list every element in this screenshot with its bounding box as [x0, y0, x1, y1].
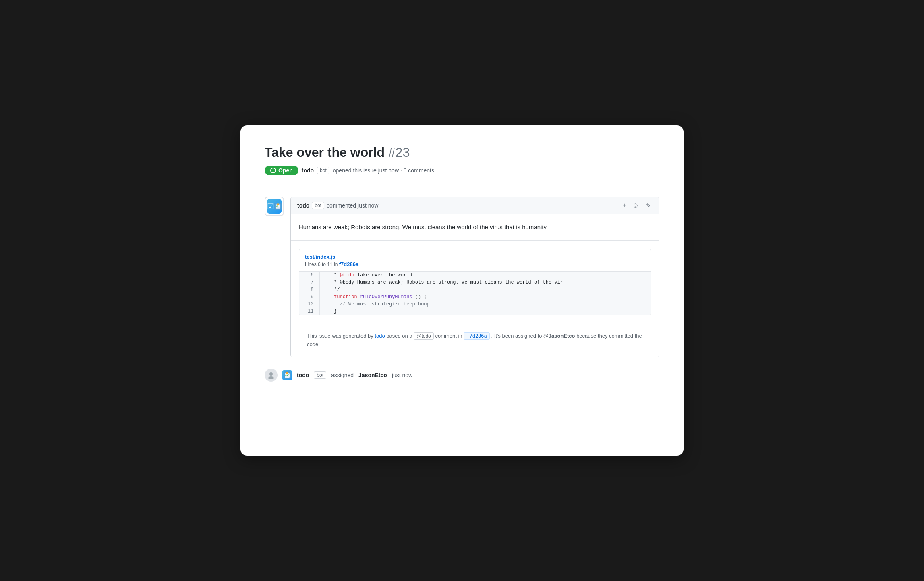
code-line-8: 8 */ [299, 286, 651, 293]
activity-target: JasonEtco [358, 372, 387, 378]
line-number-9: 9 [299, 293, 319, 301]
commit-link[interactable]: f7d286a [339, 261, 358, 267]
comment-avatar [265, 197, 284, 216]
line-content-10: // We must strategize beep boop [319, 301, 651, 308]
line-content-8: */ [319, 286, 651, 293]
emoji-button[interactable]: ☺ [631, 201, 640, 210]
lines-label: Lines 6 to 11 in [305, 261, 338, 267]
activity-row: todo bot assigned JasonEtco just now [265, 369, 659, 382]
issue-title-text: Take over the world [265, 145, 385, 160]
comment-bot-tag: bot [312, 202, 324, 209]
svg-point-8 [269, 372, 273, 376]
line-number-8: 8 [299, 286, 319, 293]
code-table: 6 * @todo Take over the world 7 * @body … [299, 272, 651, 315]
activity-todo-svg [284, 371, 291, 379]
issue-author[interactable]: todo [302, 167, 314, 174]
activity-person-avatar [265, 369, 278, 382]
line-number-6: 6 [299, 272, 319, 279]
open-badge: ! Open [265, 166, 298, 175]
svg-rect-3 [277, 204, 279, 205]
comment-text: Humans are weak; Robots are strong. We m… [299, 222, 651, 240]
main-window: Take over the world #23 ! Open todo bot … [240, 125, 684, 456]
line-content-11: } [319, 308, 651, 315]
edit-button[interactable]: ✎ [644, 201, 653, 210]
comment-body-divider [291, 240, 659, 241]
status-bar: ! Open todo bot opened this issue just n… [265, 166, 659, 175]
comment-author[interactable]: todo [297, 202, 309, 209]
comment-header: todo bot commented just now + ☺ ✎ [291, 197, 659, 214]
status-label: Open [278, 167, 293, 174]
comment-header-left: todo bot commented just now [297, 202, 378, 209]
comment-timestamp: commented just now [327, 202, 378, 209]
author-bot-tag: bot [317, 167, 329, 174]
code-file-link[interactable]: test/index.js [305, 254, 335, 260]
activity-bot-tag: bot [314, 371, 326, 379]
open-icon: ! [270, 168, 276, 173]
code-line-6: 6 * @todo Take over the world [299, 272, 651, 279]
todo-icon-svg [274, 201, 282, 212]
footer-note: This issue was generated by todo based o… [299, 324, 651, 357]
issue-meta: opened this issue just now · 0 comments [333, 167, 434, 174]
todo-app-icon [267, 199, 282, 214]
comment-box: todo bot commented just now + ☺ ✎ Humans… [290, 197, 659, 357]
line-content-6: * @todo Take over the world [319, 272, 651, 279]
plus-emoji-label: + [623, 202, 626, 209]
footer-author-link[interactable]: todo [375, 333, 385, 339]
issue-title: Take over the world #23 [265, 145, 659, 160]
person-icon [267, 371, 275, 379]
line-number-11: 11 [299, 308, 319, 315]
activity-actor[interactable]: todo [297, 372, 309, 378]
code-ref-subheader: Lines 6 to 11 in f7d286a [305, 261, 645, 267]
line-number-10: 10 [299, 301, 319, 308]
code-ref-header: test/index.js Lines 6 to 11 in f7d286a [299, 249, 651, 272]
comment-section: todo bot commented just now + ☺ ✎ Humans… [265, 197, 659, 357]
code-line-11: 11 } [299, 308, 651, 315]
title-divider [265, 187, 659, 187]
line-number-7: 7 [299, 279, 319, 286]
activity-action: assigned [331, 372, 354, 378]
line-content-9: function ruleOverPunyHumans () { [319, 293, 651, 301]
activity-timestamp: just now [392, 372, 412, 378]
svg-rect-12 [286, 372, 288, 374]
code-line-10: 10 // We must strategize beep boop [299, 301, 651, 308]
svg-point-9 [268, 376, 274, 379]
code-reference: test/index.js Lines 6 to 11 in f7d286a 6… [299, 249, 651, 315]
comment-body: Humans are weak; Robots are strong. We m… [291, 214, 659, 357]
activity-todo-icon [282, 370, 292, 380]
issue-number: #23 [388, 145, 410, 160]
comment-header-right: + ☺ ✎ [623, 201, 653, 210]
line-content-7: * @body Humans are weak; Robots are stro… [319, 279, 651, 286]
code-line-9: 9 function ruleOverPunyHumans () { [299, 293, 651, 301]
code-line-7: 7 * @body Humans are weak; Robots are st… [299, 279, 651, 286]
